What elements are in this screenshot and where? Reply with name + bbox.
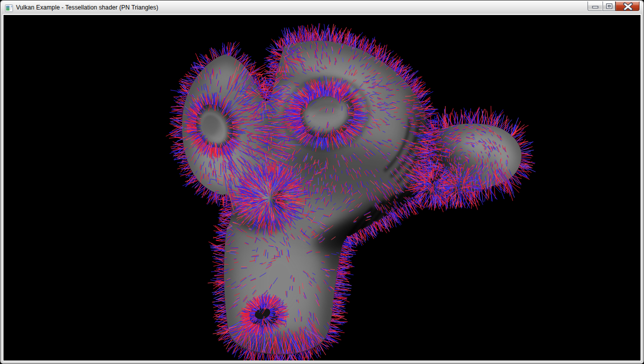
minimize-icon [588,2,602,11]
close-icon [616,2,640,11]
maximize-icon [602,2,616,11]
minimize-button[interactable] [588,2,602,11]
app-window: Vulkan Example - Tessellation shader (PN… [0,0,644,364]
titlebar[interactable]: Vulkan Example - Tessellation shader (PN… [1,1,643,15]
render-viewport[interactable] [4,15,640,360]
maximize-button[interactable] [602,2,616,11]
close-button[interactable] [616,2,640,11]
tessellated-model-render [4,15,640,360]
app-icon [5,4,13,12]
window-title: Vulkan Example - Tessellation shader (PN… [16,4,158,11]
caption-buttons [588,2,640,11]
